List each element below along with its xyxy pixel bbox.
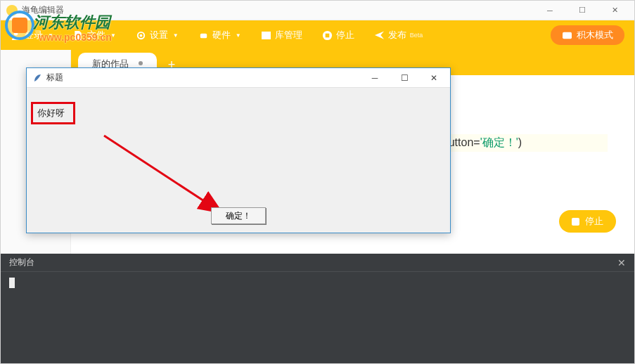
- tk-feather-icon: [32, 73, 42, 83]
- console-title: 控制台: [9, 256, 34, 268]
- svg-rect-5: [262, 31, 271, 33]
- dialog-minimize-button[interactable]: ─: [364, 73, 385, 83]
- settings-menu[interactable]: 设置 ▼: [136, 29, 179, 41]
- hardware-label: 硬件: [212, 29, 231, 41]
- console-close-button[interactable]: ✕: [617, 257, 626, 268]
- package-icon: [261, 30, 271, 41]
- dialog-ok-button[interactable]: 确定！: [211, 207, 266, 224]
- publish-button[interactable]: 发布 Beta: [374, 29, 423, 41]
- user-icon: [11, 30, 21, 41]
- console-panel: 控制台 ✕: [1, 254, 634, 363]
- svg-point-2: [139, 34, 142, 37]
- file-label: 文件: [87, 29, 105, 41]
- chevron-down-icon: ▼: [173, 32, 179, 39]
- file-menu[interactable]: 文件 ▼: [73, 29, 116, 41]
- blocks-icon: [562, 30, 572, 41]
- svg-point-0: [14, 31, 18, 35]
- dialog-title: 标题: [46, 72, 63, 84]
- publish-beta: Beta: [410, 32, 423, 39]
- chevron-down-icon: ▼: [48, 32, 53, 39]
- app-title: 海龟编辑器: [22, 4, 540, 16]
- side-stop-label: 停止: [585, 215, 603, 228]
- maximize-button[interactable]: ☐: [572, 4, 592, 18]
- unsaved-dot-icon: [139, 61, 143, 65]
- file-icon: [73, 30, 84, 41]
- main-toolbar: 登录 ▼ 文件 ▼ 设置 ▼ 硬件 ▼: [1, 20, 634, 50]
- svg-rect-4: [262, 32, 271, 39]
- publish-label: 发布: [388, 29, 406, 41]
- svg-rect-7: [325, 33, 329, 37]
- dialog-close-button[interactable]: ✕: [423, 73, 444, 83]
- dialog-ok-label: 确定！: [226, 210, 251, 222]
- library-label: 库管理: [275, 29, 302, 41]
- cursor-icon: [9, 278, 15, 288]
- app-window: 海龟编辑器 ─ ☐ ✕ 登录 ▼ 文件 ▼ 设置 ▼: [0, 0, 635, 364]
- console-body[interactable]: [1, 272, 634, 297]
- dialog-message: 你好呀: [37, 108, 65, 118]
- send-icon: [374, 30, 385, 41]
- chevron-down-icon: ▼: [110, 32, 116, 39]
- svg-rect-8: [563, 32, 572, 38]
- dialog-maximize-button[interactable]: ☐: [394, 73, 415, 83]
- login-label: 登录: [25, 29, 43, 41]
- stop-label: 停止: [336, 29, 354, 41]
- svg-line-9: [104, 136, 220, 212]
- close-button[interactable]: ✕: [605, 4, 624, 18]
- hardware-menu[interactable]: 硬件 ▼: [198, 29, 241, 41]
- dialog-titlebar[interactable]: 标题 ─ ☐ ✕: [27, 68, 450, 88]
- run-stop-button[interactable]: 停止: [559, 210, 616, 233]
- svg-rect-3: [200, 33, 207, 38]
- blocks-mode-button[interactable]: 积木模式: [551, 25, 624, 45]
- dialog-message-highlight: 你好呀: [31, 102, 75, 124]
- gear-icon: [136, 30, 146, 41]
- console-header: 控制台 ✕: [1, 254, 634, 272]
- blocks-mode-label: 积木模式: [577, 29, 613, 41]
- tk-dialog: 标题 ─ ☐ ✕ 你好呀 确定！: [26, 67, 451, 233]
- chevron-down-icon: ▼: [236, 32, 241, 39]
- stop-button[interactable]: 停止: [322, 29, 354, 41]
- minimize-button[interactable]: ─: [540, 4, 560, 18]
- stop-square-icon: [572, 218, 579, 226]
- chip-icon: [198, 30, 209, 41]
- library-menu[interactable]: 库管理: [261, 29, 302, 41]
- app-icon: [6, 5, 18, 16]
- settings-label: 设置: [150, 29, 168, 41]
- login-menu[interactable]: 登录 ▼: [11, 29, 53, 41]
- titlebar: 海龟编辑器 ─ ☐ ✕: [1, 1, 634, 20]
- stop-icon: [322, 30, 333, 41]
